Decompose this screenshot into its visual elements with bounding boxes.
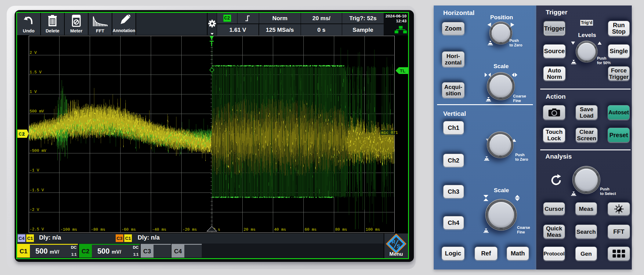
svg-text:1 V: 1 V [30,90,37,94]
svg-text:20 ms: 20 ms [244,227,255,232]
svg-text:-500 mV: -500 mV [30,148,46,153]
svg-text:80 ms: 80 ms [335,227,347,232]
svg-text:S: S [397,244,400,249]
svg-text:-80 ms: -80 ms [91,227,105,232]
svg-text:mic 071: mic 071 [381,130,398,135]
svg-text:1: 1 [22,131,25,137]
svg-text:40 ms: 40 ms [274,227,286,232]
svg-text:-40 ms: -40 ms [152,227,166,232]
svg-text:500 mV: 500 mV [30,109,44,114]
svg-text:-1 V: -1 V [30,168,39,173]
svg-text:-1.5 V: -1.5 V [30,188,44,193]
svg-text:-2 V: -2 V [30,207,39,212]
svg-text:TL: TL [400,68,405,73]
svg-text:2 V: 2 V [30,50,37,55]
svg-text:-60 ms: -60 ms [121,227,136,232]
svg-text:R: R [392,239,395,245]
svg-text:60 ms: 60 ms [305,227,317,232]
svg-text:-20 ms: -20 ms [183,227,197,232]
svg-text:100 ms: 100 ms [366,227,380,232]
svg-text:-2.5 V: -2.5 V [30,227,44,232]
svg-text:1.5 V: 1.5 V [30,70,42,75]
svg-text:-100 ms: -100 ms [60,227,77,232]
